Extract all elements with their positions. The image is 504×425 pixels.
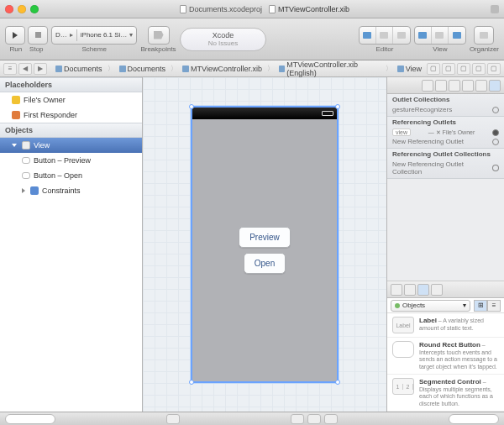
identity-inspector-icon[interactable] [449,80,460,92]
library-view-toggle[interactable]: ⊞≡ [474,300,501,312]
back-button[interactable]: ◀ [18,63,32,75]
view-outlet-row[interactable]: view— ✕ File's Owner [392,128,499,137]
quick-help-icon[interactable] [435,80,447,92]
scheme-label: Scheme [82,45,107,53]
resize-handle[interactable] [189,380,194,385]
minimize-icon[interactable] [18,5,26,13]
play-icon [13,32,18,39]
connections-inspector-icon[interactable] [489,80,501,92]
stop-label: Stop [29,45,43,53]
pin-icon[interactable] [307,414,321,424]
size-inspector-icon[interactable] [475,80,487,92]
preview-button[interactable]: Preview [239,227,291,248]
view-icon [22,141,30,150]
list-view-icon[interactable]: ≡ [487,300,501,312]
disclosure-icon[interactable] [22,188,25,193]
referencing-outlets-section: Referencing Outlets view— ✕ File's Owner… [387,117,504,149]
segmented-thumb-icon: 12 [392,378,414,395]
disclosure-icon[interactable] [12,144,17,147]
label-thumb-icon: Label [392,317,414,333]
connection-socket-icon[interactable] [492,107,499,113]
jump-bar: ≡ ◀ ▶ Documents〉 Documents〉 MTViewContro… [0,60,504,77]
library-search-input[interactable] [449,414,499,424]
view-panels-segment[interactable] [414,26,466,45]
jump-icon[interactable]: ▢ [427,63,440,75]
outline-view[interactable]: View [0,138,142,153]
zoom-icon[interactable] [30,5,39,13]
scheme-selector[interactable]: D…▸ iPhone 6.1 Si…▾ [51,26,137,45]
stop-button[interactable] [28,26,48,45]
button-icon [22,157,30,164]
organizer-label: Organizer [470,45,499,53]
toolbar: RunStop D…▸ iPhone 6.1 Si…▾ Scheme Break… [0,18,504,60]
filter-input[interactable] [5,414,55,424]
file-template-library-icon[interactable] [391,284,402,296]
resize-handle[interactable] [335,104,340,109]
grid-view-icon[interactable]: ⊞ [474,300,487,312]
editor-mode-segment[interactable] [359,26,411,45]
jump-icon[interactable]: ▢ [457,63,470,75]
right-panel-icon [453,32,461,39]
organizer-button[interactable] [474,26,494,45]
document-icon [180,5,186,13]
outline-constraints[interactable]: Constraints [0,183,142,198]
version-editor-icon [397,32,406,39]
forward-button[interactable]: ▶ [34,63,47,75]
objects-header: Objects [0,123,142,138]
connection-socket-icon[interactable] [492,139,499,145]
left-panel-icon [418,32,427,39]
simulated-status-bar [192,108,337,119]
code-snippet-library-icon[interactable] [404,284,416,296]
attributes-inspector-icon[interactable] [462,80,474,92]
open-button[interactable]: Open [244,253,286,274]
library-filter-select[interactable]: Objects▾ [391,300,470,312]
breadcrumb[interactable]: Documents [52,65,106,73]
resolve-issues-icon[interactable] [324,414,338,424]
fullscreen-icon[interactable] [491,5,499,13]
library-item-round-rect-button[interactable]: Round Rect Button – Intercepts touch eve… [387,338,504,375]
referencing-outlet-collections-section: Referencing Outlet Collections New Refer… [387,149,504,179]
outline-files-owner[interactable]: File's Owner [0,92,142,108]
jump-icon[interactable]: ▢ [472,63,486,75]
inspector-tabs [387,77,504,94]
assistant-editor-icon [380,32,388,39]
button-thumb-icon [392,341,414,358]
responder-icon [12,111,20,119]
title-tab-xib[interactable]: MTViewController.xib [269,5,349,13]
button-icon [22,172,30,179]
interface-builder-canvas[interactable]: Preview Open [143,77,386,412]
new-referencing-outlet-collection-row[interactable]: New Referencing Outlet Collection [392,160,499,176]
jump-icon[interactable]: ▢ [487,63,501,75]
outline-button-open[interactable]: Button – Open [0,168,142,183]
breakpoints-button[interactable] [148,26,170,45]
connection-socket-icon[interactable] [492,165,499,171]
align-icon[interactable] [291,414,304,424]
new-referencing-outlet-row[interactable]: New Referencing Outlet [392,137,499,146]
traffic-lights[interactable] [5,5,39,13]
dock-toggle-icon[interactable] [166,414,180,424]
breadcrumb[interactable]: MTViewController.xib (English) [276,60,384,77]
connection-socket-icon[interactable] [492,129,499,136]
outline-first-responder[interactable]: First Responder [0,108,142,123]
title-tab-project[interactable]: Documents.xcodeproj [180,5,262,13]
related-items-button[interactable]: ≡ [3,63,17,75]
view-container[interactable]: Preview Open [191,106,339,383]
gesture-recognizers-row[interactable]: gestureRecognizers [392,105,499,114]
file-inspector-icon[interactable] [422,80,433,92]
outline-button-preview[interactable]: Button – Preview [0,153,142,168]
library-item-label[interactable]: Label Label – A variably sized amount of… [387,313,504,338]
stop-icon [35,32,41,38]
breadcrumb[interactable]: MTViewController.xib [179,65,265,73]
close-icon[interactable] [5,5,13,13]
media-library-icon[interactable] [431,284,443,296]
breadcrumb[interactable]: Documents [116,65,170,73]
view-label: View [433,45,447,53]
object-library-icon[interactable] [417,284,429,296]
resize-handle[interactable] [335,380,340,385]
jump-icon[interactable]: ▢ [442,63,455,75]
breadcrumb[interactable]: View [394,65,425,73]
library-item-segmented-control[interactable]: 12 Segmented Control – Displays multiple… [387,375,504,412]
resize-handle[interactable] [189,104,194,109]
run-button[interactable] [5,26,25,45]
project-icon [55,66,62,72]
